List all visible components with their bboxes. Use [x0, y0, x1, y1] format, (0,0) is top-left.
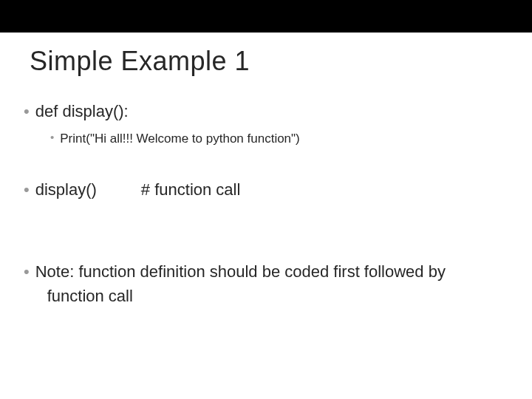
note-line-1: Note: function definition should be code… — [35, 261, 446, 284]
bullet-call: • display() # function call — [30, 179, 502, 202]
bullet-icon: • — [24, 100, 30, 123]
slide-content: Simple Example 1 • def display(): • Prin… — [0, 33, 532, 329]
bullet-def: • def display(): — [30, 100, 502, 123]
call-text: display() — [35, 179, 97, 202]
bullet-icon: • — [24, 179, 30, 202]
note-line-2: function call — [47, 285, 446, 308]
def-text: def display(): — [35, 100, 129, 123]
print-text: Print("Hi all!!! Welcome to python funct… — [60, 129, 300, 149]
bullet-icon: • — [50, 129, 54, 146]
slide-title: Simple Example 1 — [30, 46, 502, 77]
top-bar — [0, 0, 532, 33]
sub-bullet-print: • Print("Hi all!!! Welcome to python fun… — [50, 129, 502, 149]
bullet-note: • Note: function definition should be co… — [30, 261, 502, 308]
call-comment: # function call — [141, 179, 241, 202]
bullet-icon: • — [24, 261, 30, 284]
